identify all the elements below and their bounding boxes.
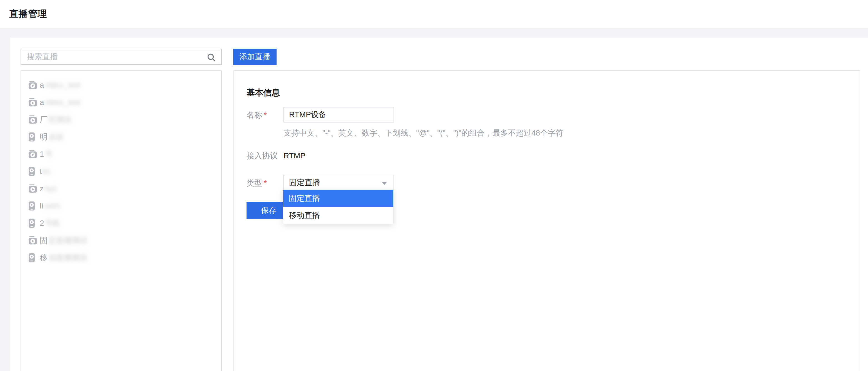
fixed-camera-icon	[28, 235, 38, 246]
live-item-label: 2	[40, 219, 44, 228]
mobile-phone-icon	[28, 166, 38, 176]
type-row: 类型* 固定直播	[247, 175, 860, 190]
type-dropdown-menu: 固定直播移动直播	[283, 190, 394, 224]
name-label: 名称*	[247, 107, 283, 120]
live-list-item[interactable]: 2号机	[21, 215, 221, 232]
redacted-text: 动直播测试	[49, 252, 87, 263]
required-mark: *	[264, 111, 267, 119]
live-item-label: t	[40, 167, 42, 176]
live-list-item[interactable]: tk1	[21, 163, 221, 180]
app-header: 直播管理	[0, 0, 868, 28]
live-item-label: z	[40, 184, 44, 193]
topbar: 添加直播	[21, 49, 868, 65]
mobile-phone-icon	[28, 201, 38, 211]
live-list-item[interactable]: live01	[21, 197, 221, 215]
live-item-label: 明	[40, 132, 48, 142]
add-live-button[interactable]: 添加直播	[233, 49, 277, 65]
redacted-text: mbcs_test	[45, 81, 81, 90]
redacted-text: 号	[45, 149, 53, 160]
live-list-item[interactable]: ambcs_test	[21, 77, 221, 94]
live-list-item[interactable]: ambcs_test	[21, 94, 221, 111]
detail-panel: 基本信息 名称* 支持中文、"-"、英文、数字、下划线、"@"、"("、")"的…	[234, 70, 860, 371]
redacted-text: 区测试	[49, 114, 72, 125]
name-hint: 支持中文、"-"、英文、数字、下划线、"@"、"("、")"的组合，最多不超过4…	[283, 129, 860, 138]
name-input[interactable]	[283, 107, 394, 122]
live-list-item[interactable]: 固定直播测试	[21, 232, 221, 249]
mobile-phone-icon	[28, 253, 38, 263]
protocol-value: RTMP	[283, 151, 306, 160]
type-option[interactable]: 固定直播	[283, 190, 393, 207]
live-list-item[interactable]: 1号	[21, 146, 221, 163]
redacted-text: 号机	[45, 218, 61, 228]
fixed-camera-icon	[28, 149, 38, 159]
live-list-item[interactable]: 明达设	[21, 128, 221, 146]
search-box[interactable]	[21, 49, 222, 65]
live-item-label: 移	[40, 252, 48, 263]
live-list: ambcs_testambcs_test厂区测试明达设1号tk1zhy1live…	[21, 77, 221, 266]
live-item-label: li	[40, 201, 43, 210]
section-title: 基本信息	[247, 87, 860, 98]
protocol-label: 接入协议	[247, 151, 283, 160]
chevron-down-icon	[382, 182, 387, 185]
type-select[interactable]: 固定直播	[283, 175, 394, 190]
search-icon[interactable]	[207, 53, 216, 62]
live-list-item[interactable]: 移动直播测试	[21, 249, 221, 266]
mobile-phone-icon	[28, 218, 38, 228]
redacted-text: k1	[43, 167, 51, 176]
redacted-text: hy1	[44, 184, 57, 193]
protocol-row: 接入协议 RTMP	[247, 151, 860, 160]
fixed-camera-icon	[28, 80, 38, 90]
type-select-value: 固定直播	[289, 177, 320, 188]
live-item-label: 厂	[40, 114, 48, 125]
redacted-text: 定直播测试	[49, 235, 87, 246]
redacted-text: ve01	[44, 201, 61, 210]
required-mark: *	[264, 179, 267, 187]
type-label: 类型*	[247, 175, 283, 188]
fixed-camera-icon	[28, 184, 38, 194]
mobile-phone-icon	[28, 132, 38, 142]
live-item-label: 固	[40, 235, 48, 246]
live-item-label: 1	[40, 150, 44, 159]
fixed-camera-icon	[28, 97, 38, 108]
live-item-label: a	[40, 98, 44, 107]
type-option[interactable]: 移动直播	[283, 207, 393, 224]
panels: ambcs_testambcs_test厂区测试明达设1号tk1zhy1live…	[21, 70, 868, 371]
live-list-item[interactable]: zhy1	[21, 180, 221, 197]
name-row: 名称*	[247, 107, 860, 122]
page-body: 添加直播 ambcs_testambcs_test厂区测试明达设1号tk1zhy…	[0, 28, 868, 371]
fixed-camera-icon	[28, 115, 38, 125]
live-list-item[interactable]: 厂区测试	[21, 111, 221, 128]
page-title: 直播管理	[9, 8, 47, 20]
search-input[interactable]	[21, 49, 221, 64]
redacted-text: 达设	[49, 132, 64, 142]
live-list-panel: ambcs_testambcs_test厂区测试明达设1号tk1zhy1live…	[21, 70, 222, 371]
redacted-text: mbcs_test	[45, 98, 81, 107]
live-item-label: a	[40, 81, 44, 90]
content-card: 添加直播 ambcs_testambcs_test厂区测试明达设1号tk1zhy…	[10, 37, 868, 371]
